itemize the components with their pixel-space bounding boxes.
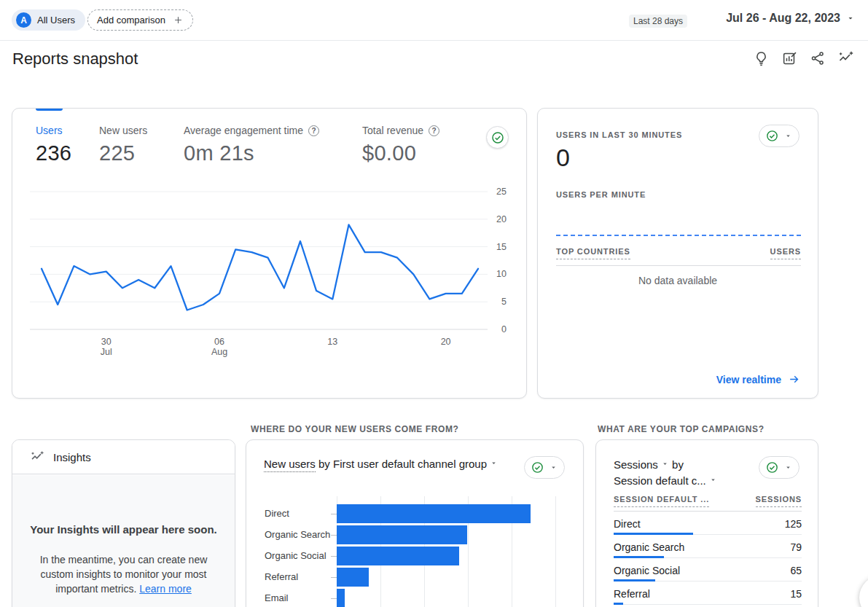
axis-tick	[331, 577, 337, 578]
metric-users[interactable]: Users236	[36, 125, 71, 165]
add-comparison-label: Add comparison	[97, 15, 165, 26]
row-value: 15	[790, 588, 802, 600]
bar-row-organic-social: Organic Social	[246, 547, 583, 565]
overview-metrics-card: Users236New users225Average engagement t…	[12, 108, 527, 399]
channels-quality-badge[interactable]	[524, 456, 565, 479]
caret-down-icon	[550, 463, 558, 471]
svg-text:06: 06	[214, 337, 224, 347]
svg-text:13: 13	[327, 337, 337, 347]
section-header-campaigns: WHAT ARE YOUR TOP CAMPAIGNS?	[598, 424, 765, 434]
campaigns-quality-badge[interactable]	[759, 456, 799, 479]
customize-report-button[interactable]	[781, 50, 798, 67]
dimension-title-text[interactable]: by First user default channel group	[318, 458, 487, 470]
svg-text:10: 10	[496, 269, 507, 279]
date-range-selector[interactable]: Jul 26 - Aug 22, 2023	[726, 12, 855, 25]
row-progress-bar	[614, 603, 623, 605]
insights-headline: Your Insights will appear here soon.	[30, 523, 217, 536]
metric-total-revenue[interactable]: Total revenue?$0.00	[362, 125, 439, 165]
svg-text:Aug: Aug	[211, 347, 227, 357]
metric-selector-new-users[interactable]: New users	[264, 458, 316, 472]
learn-more-link[interactable]: Learn more	[139, 583, 192, 595]
customize-report-icon	[781, 50, 798, 67]
bar-row-email: Email	[246, 589, 583, 607]
caret-down-icon	[846, 14, 855, 23]
check-circle-icon	[490, 130, 505, 145]
reports-snapshot-page: A All Users Add comparison Last 28 days …	[0, 0, 868, 607]
help-icon[interactable]: ?	[308, 125, 319, 136]
channel-bar-chart: DirectOrganic SearchOrganic SocialReferr…	[246, 496, 583, 607]
realtime-users-value: 0	[556, 144, 570, 172]
caret-down-icon	[784, 132, 792, 140]
comparison-bar: A All Users Add comparison Last 28 days …	[0, 0, 868, 41]
bar-label: Email	[265, 589, 289, 607]
check-circle-icon	[531, 461, 544, 474]
caret-down-icon	[784, 463, 792, 471]
date-range-value: Jul 26 - Aug 22, 2023	[726, 12, 840, 25]
insights-lightbulb-button[interactable]	[752, 50, 770, 67]
active-metric-indicator	[36, 109, 63, 111]
realtime-table-header: TOP COUNTRIES USERS	[556, 247, 801, 259]
dimension-column-header: SESSION DEFAULT ...	[614, 495, 709, 507]
row-label: Direct	[614, 518, 641, 530]
metric-value: 225	[99, 141, 147, 165]
realtime-quality-badge[interactable]	[759, 125, 799, 147]
svg-text:0: 0	[501, 324, 507, 334]
view-realtime-label: View realtime	[716, 374, 781, 385]
metric-value: 0m 21s	[184, 141, 319, 165]
all-users-chip[interactable]: A All Users	[12, 9, 85, 31]
caret-down-icon	[490, 459, 498, 467]
metric-average-engagement-time[interactable]: Average engagement time?0m 21s	[184, 125, 319, 165]
svg-text:Jul: Jul	[101, 347, 112, 357]
floating-action-button[interactable]	[859, 576, 868, 607]
bar	[337, 568, 369, 587]
axis-tick	[331, 514, 337, 514]
table-row-direct: Direct125	[614, 512, 802, 535]
view-realtime-link[interactable]: View realtime	[716, 373, 800, 385]
users-per-minute-label: USERS PER MINUTE	[556, 190, 646, 199]
no-data-message: No data available	[538, 275, 818, 286]
metric-new-users[interactable]: New users225	[99, 125, 147, 165]
realtime-title: USERS IN LAST 30 MINUTES	[556, 130, 682, 139]
dimension-selector[interactable]: Session default c...	[614, 474, 717, 487]
metric-value: $0.00	[362, 141, 439, 165]
bar-row-direct: Direct	[246, 504, 583, 523]
insights-card-body: Your Insights will appear here soon. In …	[12, 475, 235, 607]
metric-selector-sessions[interactable]: Sessions	[614, 458, 669, 471]
add-comparison-button[interactable]: Add comparison	[87, 9, 193, 31]
share-report-button[interactable]	[809, 50, 826, 67]
bar-row-organic-search: Organic Search	[246, 525, 583, 544]
axis-tick	[331, 556, 337, 557]
users-line-chart: 051015202530Jul06Aug1320	[12, 179, 527, 361]
bar-label: Direct	[265, 504, 289, 523]
bar-label: Organic Social	[265, 547, 327, 565]
insights-panel-button[interactable]	[837, 50, 855, 67]
page-title: Reports snapshot	[12, 50, 138, 68]
segment-avatar: A	[16, 12, 31, 28]
check-circle-icon	[765, 461, 779, 474]
metric-value: 236	[36, 141, 71, 165]
caret-down-icon	[709, 476, 717, 484]
row-label: Organic Search	[614, 541, 684, 553]
help-icon[interactable]: ?	[429, 125, 439, 136]
bar	[337, 525, 467, 544]
users-header: USERS	[770, 247, 801, 259]
bar-label: Organic Search	[265, 525, 330, 544]
bar-label: Referral	[265, 568, 298, 587]
insights-card: Insights Your Insights will appear here …	[12, 439, 235, 607]
report-actions	[752, 50, 855, 67]
realtime-card: USERS IN LAST 30 MINUTES 0 USERS PER MIN…	[537, 108, 818, 399]
row-value: 125	[785, 518, 802, 530]
insights-sparkline-icon	[30, 450, 45, 465]
svg-text:20: 20	[496, 214, 507, 224]
section-header-new-users: WHERE DO YOUR NEW USERS COME FROM?	[251, 424, 459, 434]
data-quality-badge[interactable]	[486, 126, 509, 149]
svg-text:5: 5	[501, 297, 507, 307]
per-minute-chart-baseline	[556, 235, 801, 236]
axis-tick	[331, 535, 337, 536]
top-campaigns-card: Sessions by Session default c... SESSION…	[595, 439, 818, 607]
new-users-by-channel-card: New users by First user default channel …	[246, 439, 584, 607]
row-label: Organic Social	[614, 565, 680, 576]
metric-column-header: SESSIONS	[756, 495, 802, 507]
row-label: Referral	[614, 588, 650, 600]
by-label: by	[672, 458, 684, 471]
